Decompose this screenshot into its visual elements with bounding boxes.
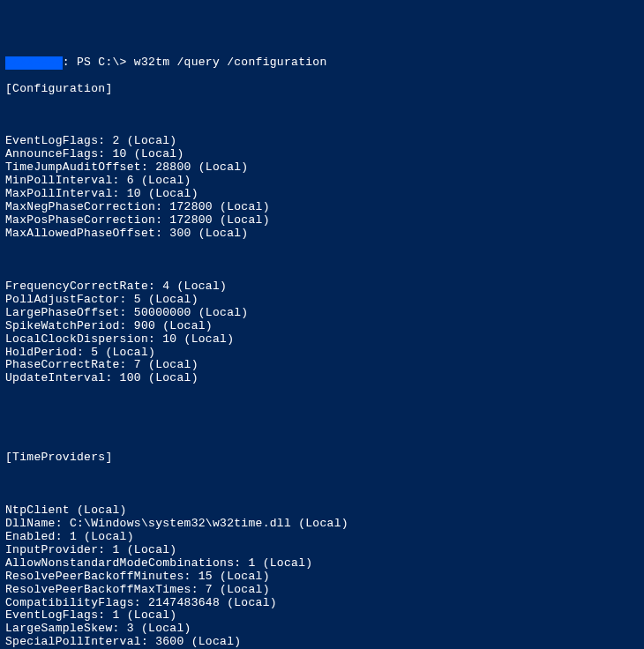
ntpclient-line: NtpClient (Local)	[5, 504, 639, 518]
prompt-redacted: XXXXXXXX	[5, 56, 63, 70]
config-line: AnnounceFlags: 10 (Local)	[5, 148, 639, 161]
config-line: MinPollInterval: 6 (Local)	[5, 175, 639, 188]
prompt-line: XXXXXXXX: PS C:\> w32tm /query /configur…	[5, 56, 639, 70]
section-header-providers: [TimeProviders]	[5, 451, 639, 465]
config-line: MaxPollInterval: 10 (Local)	[5, 188, 639, 201]
config-line: MaxNegPhaseCorrection: 172800 (Local)	[5, 201, 639, 214]
config-line: MaxPosPhaseCorrection: 172800 (Local)	[5, 214, 639, 228]
prompt-suffix: : PS C:\>	[63, 56, 134, 69]
config-line: LargePhaseOffset: 50000000 (Local)	[5, 307, 639, 320]
config-line: UpdateInterval: 100 (Local)	[5, 372, 639, 385]
config-line: FrequencyCorrectRate: 4 (Local)	[5, 280, 639, 294]
ntpclient-line: AllowNonstandardModeCombinations: 1 (Loc…	[5, 557, 639, 571]
config-line: PollAdjustFactor: 5 (Local)	[5, 294, 639, 307]
config-block-1: EventLogFlags: 2 (Local)AnnounceFlags: 1…	[5, 135, 639, 241]
config-line: EventLogFlags: 2 (Local)	[5, 135, 639, 148]
section-header-config: [Configuration]	[5, 83, 639, 96]
ntpclient-line: InputProvider: 1 (Local)	[5, 544, 639, 557]
ntpclient-line: ResolvePeerBackoffMaxTimes: 7 (Local)	[5, 584, 639, 597]
ntpclient-line: DllName: C:\Windows\system32\w32time.dll…	[5, 518, 639, 531]
blank-line	[5, 425, 639, 438]
config-line: SpikeWatchPeriod: 900 (Local)	[5, 320, 639, 333]
blank-line	[5, 109, 639, 123]
ntpclient-line: SpecialPollInterval: 3600 (Local)	[5, 636, 639, 649]
blank-line	[5, 254, 639, 267]
config-line: MaxAllowedPhaseOffset: 300 (Local)	[5, 228, 639, 241]
ntpclient-line: CompatibilityFlags: 2147483648 (Local)	[5, 597, 639, 610]
command-text: w32tm /query /configuration	[134, 56, 327, 69]
blank-line	[5, 399, 639, 412]
blank-line	[5, 478, 639, 491]
config-block-2: FrequencyCorrectRate: 4 (Local)PollAdjus…	[5, 280, 639, 386]
config-line: PhaseCorrectRate: 7 (Local)	[5, 359, 639, 372]
config-line: LocalClockDispersion: 10 (Local)	[5, 333, 639, 347]
config-line: TimeJumpAuditOffset: 28800 (Local)	[5, 161, 639, 175]
ntpclient-line: Enabled: 1 (Local)	[5, 531, 639, 544]
config-line: HoldPeriod: 5 (Local)	[5, 347, 639, 360]
ntpclient-line: ResolvePeerBackoffMinutes: 15 (Local)	[5, 571, 639, 584]
ntpclient-line: EventLogFlags: 1 (Local)	[5, 609, 639, 623]
ntpclient-block: NtpClient (Local)DllName: C:\Windows\sys…	[5, 504, 639, 649]
ntpclient-line: LargeSampleSkew: 3 (Local)	[5, 623, 639, 636]
